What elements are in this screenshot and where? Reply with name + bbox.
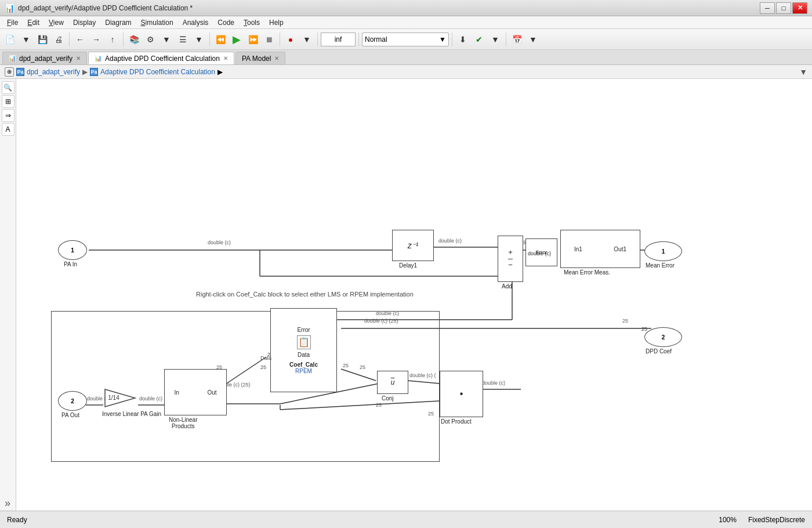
run-button[interactable]: ▶ — [229, 31, 244, 48]
conj-block[interactable]: u — [377, 371, 408, 394]
menu-analysis[interactable]: Analysis — [178, 17, 213, 28]
coef-calc-block[interactable]: Error 📋 Data Coef_Calc RPEM — [270, 308, 337, 392]
grid-button[interactable]: ☰ — [175, 31, 190, 48]
add-block[interactable]: + − — [498, 236, 523, 282]
wire-label-25-3: 25 — [428, 411, 434, 417]
tab-icon2: 📊 — [95, 55, 102, 62]
window-title: dpd_adapt_verify/Adaptive DPD Coefficien… — [18, 4, 193, 12]
tab-dpd-adapt-verify[interactable]: 📊 dpd_adapt_verify ✕ — [2, 52, 87, 64]
tab-close-pa[interactable]: ✕ — [274, 55, 279, 62]
record-dropdown[interactable]: ▼ — [299, 31, 314, 48]
up-button[interactable]: ↑ — [105, 31, 120, 48]
app-icon: 📊 — [5, 3, 14, 13]
menu-code[interactable]: Code — [213, 17, 239, 28]
text-tool[interactable]: A — [2, 123, 14, 136]
menu-view[interactable]: View — [44, 17, 68, 28]
back-button[interactable]: ← — [72, 31, 88, 48]
canvas[interactable]: double (c) double (c) double (c) double … — [16, 79, 812, 511]
dpd-coef-25: 25 — [641, 326, 647, 332]
tab-bar: 📊 dpd_adapt_verify ✕ 📊 Adaptive DPD Coef… — [0, 50, 812, 65]
window-controls: ─ □ ✕ — [760, 2, 807, 14]
wire-label-25-1: 25 — [216, 364, 222, 370]
dropdown-arrow: ▼ — [439, 35, 446, 44]
breadcrumb-icon1: Pa — [16, 68, 24, 76]
record-button[interactable]: ● — [283, 31, 298, 48]
tab-close-dpd[interactable]: ✕ — [76, 55, 81, 62]
menu-diagram[interactable]: Diagram — [100, 17, 136, 28]
mean-error-out-block[interactable]: 1 — [644, 241, 682, 261]
step-button[interactable]: ⏩ — [245, 31, 260, 48]
sep1 — [69, 32, 70, 46]
pa-out-label: PA Out — [61, 412, 79, 418]
tab-adaptive-dpd[interactable]: 📊 Adaptive DPD Coefficient Calculation ✕ — [88, 52, 234, 64]
tab-close-adaptive[interactable]: ✕ — [223, 55, 228, 62]
left-toolbar: 🔍 ⊞ ⇒ A — [0, 79, 16, 511]
non-linear-block[interactable]: InOut — [164, 369, 227, 415]
menu-edit[interactable]: Edit — [23, 17, 44, 28]
status-text: Ready — [7, 516, 27, 524]
pa-in-block[interactable]: 1 — [58, 240, 87, 260]
library-button[interactable]: 📚 — [126, 31, 142, 48]
dot-product-block[interactable]: • — [440, 371, 483, 417]
grid-dropdown[interactable]: ▼ — [191, 31, 206, 48]
coef-25-label: 25 — [260, 364, 266, 370]
tab-pa-model[interactable]: PA Model ✕ — [235, 52, 285, 64]
menu-help[interactable]: Help — [264, 17, 288, 28]
breadcrumb-child[interactable]: Adaptive DPD Coefficient Calculation — [100, 68, 215, 76]
tab-icon: 📊 — [9, 55, 16, 62]
check-button[interactable]: ✔ — [472, 31, 487, 48]
dpd-coef-out-block[interactable]: 2 — [644, 327, 682, 347]
error-label: double (c) — [528, 251, 551, 256]
new-button[interactable]: 📄 — [2, 31, 17, 48]
solver-dropdown[interactable]: Normal ▼ — [362, 32, 449, 46]
breadcrumb-root[interactable]: dpd_adapt_verify — [27, 68, 80, 76]
menu-simulation[interactable]: Simulation — [136, 17, 178, 28]
coef-data-label: Data — [260, 355, 271, 361]
sep3 — [209, 32, 210, 46]
calendar-dropdown[interactable]: ▼ — [525, 31, 541, 48]
menu-display[interactable]: Display — [68, 17, 100, 28]
check-dropdown[interactable]: ▼ — [488, 31, 503, 48]
menu-tools[interactable]: Tools — [239, 17, 264, 28]
stop-button[interactable]: ⏹ — [262, 31, 277, 48]
menu-bar: File Edit View Display Diagram Simulatio… — [0, 16, 812, 29]
pa-out-block[interactable]: 2 — [58, 391, 87, 411]
svg-text:1/14: 1/14 — [108, 395, 119, 401]
step-back-button[interactable]: ⏪ — [213, 31, 228, 48]
close-button[interactable]: ✕ — [792, 2, 807, 14]
tab-label: dpd_adapt_verify — [19, 55, 72, 63]
sep4 — [280, 32, 280, 46]
save-button[interactable]: 💾 — [35, 31, 50, 48]
toolbar: 📄 ▼ 💾 🖨 ← → ↑ 📚 ⚙ ▼ ☰ ▼ ⏪ ▶ ⏩ ⏹ ● ▼ inf … — [0, 29, 812, 50]
zoom-level: 100% — [719, 516, 737, 524]
sep2 — [123, 32, 124, 46]
print-button[interactable]: 🖨 — [51, 31, 66, 48]
breadcrumb-dropdown[interactable]: ▼ — [799, 67, 807, 77]
mean-error-out-label: Mean Error — [646, 262, 675, 269]
mean-error-meas-label: Mean Error Meas. — [564, 269, 610, 276]
pa-in-label: PA In — [64, 261, 77, 267]
breadcrumb-expand[interactable]: ⊕ — [5, 67, 14, 77]
mean-error-meas-block[interactable]: In1Out1 — [560, 230, 640, 268]
title-bar: 📊 dpd_adapt_verify/Adaptive DPD Coeffici… — [0, 0, 812, 16]
maximize-button[interactable]: □ — [776, 2, 791, 14]
minimize-button[interactable]: ─ — [760, 2, 775, 14]
calendar-button[interactable]: 📅 — [509, 31, 524, 48]
fit-tool[interactable]: ⊞ — [2, 95, 14, 108]
menu-file[interactable]: File — [2, 17, 23, 28]
non-linear-label: Non-LinearProducts — [169, 417, 197, 429]
sim-time-input[interactable]: inf — [321, 32, 356, 46]
delay1-block[interactable]: z⁻¹ — [392, 230, 434, 261]
arrow-tool[interactable]: ⇒ — [2, 109, 14, 122]
tab-label3: PA Model — [242, 55, 271, 63]
update-button[interactable]: ⬇ — [455, 31, 470, 48]
zoom-tool[interactable]: 🔍 — [2, 81, 14, 94]
inv-linear-label: Inverse Linear PA Gain — [102, 411, 161, 417]
settings-dropdown[interactable]: ▼ — [159, 31, 174, 48]
delay1-label: Delay1 — [399, 262, 417, 269]
new-dropdown[interactable]: ▼ — [19, 31, 34, 48]
bottom-expand[interactable]: » — [0, 496, 15, 511]
model-settings[interactable]: ⚙ — [143, 31, 158, 48]
svg-text:double (c): double (c) — [208, 240, 231, 245]
forward-button[interactable]: → — [89, 31, 104, 48]
